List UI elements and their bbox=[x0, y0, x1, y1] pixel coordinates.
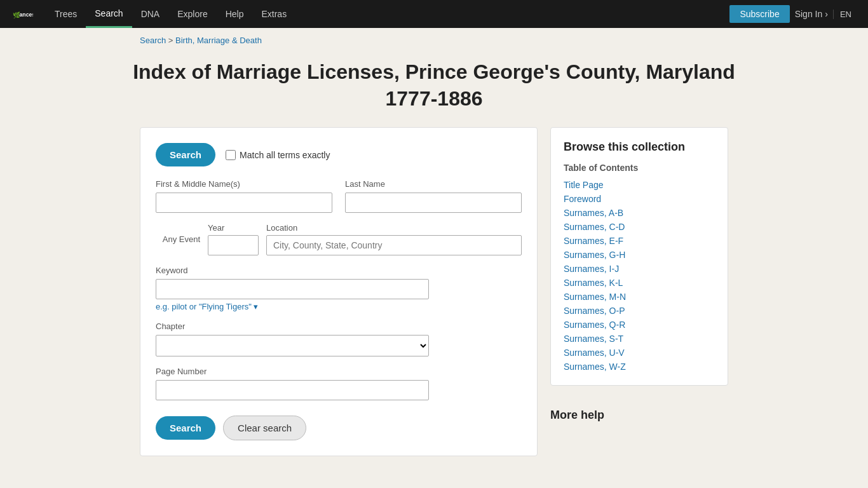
year-label: Year bbox=[208, 223, 259, 233]
keyword-label: Keyword bbox=[156, 266, 522, 275]
nav-trees[interactable]: Trees bbox=[46, 0, 86, 28]
toc-item: Surnames, S-T bbox=[564, 333, 715, 344]
more-help-title: More help bbox=[550, 409, 728, 422]
svg-text:ancestry: ancestry bbox=[20, 11, 34, 18]
toc-item: Surnames, E-F bbox=[564, 235, 715, 247]
nav-extras[interactable]: Extras bbox=[252, 0, 295, 28]
toc-item: Foreword bbox=[564, 193, 715, 205]
location-input[interactable] bbox=[266, 235, 522, 255]
toc-link[interactable]: Surnames, I-J bbox=[564, 264, 619, 274]
keyword-input[interactable] bbox=[156, 279, 429, 299]
toc-item: Surnames, G-H bbox=[564, 249, 715, 261]
pagenum-section: Page Number bbox=[156, 367, 522, 400]
first-name-input[interactable] bbox=[156, 193, 332, 213]
toc-item: Surnames, A-B bbox=[564, 207, 715, 219]
toc-link[interactable]: Surnames, U-V bbox=[564, 348, 625, 358]
toc-link[interactable]: Surnames, Q-R bbox=[564, 320, 625, 330]
pagenum-input[interactable] bbox=[156, 380, 429, 400]
chapter-section: Chapter bbox=[156, 322, 522, 356]
nav-dna[interactable]: DNA bbox=[132, 0, 169, 28]
toc-item: Surnames, M-N bbox=[564, 291, 715, 302]
subscribe-button[interactable]: Subscribe bbox=[729, 5, 789, 23]
toc-link[interactable]: Surnames, M-N bbox=[564, 292, 626, 302]
search-button-top[interactable]: Search bbox=[156, 143, 215, 166]
toc-list: Title PageForewordSurnames, A-BSurnames,… bbox=[564, 179, 715, 372]
page-title: Index of Marriage Licenses, Prince Georg… bbox=[0, 53, 868, 127]
search-button-bottom[interactable]: Search bbox=[156, 416, 215, 440]
toc-link[interactable]: Surnames, C-D bbox=[564, 222, 625, 232]
search-card: Search Match all terms exactly First & M… bbox=[140, 127, 538, 456]
ancestry-logo[interactable]: 🌿 ancestry bbox=[10, 5, 33, 23]
keyword-section: Keyword e.g. pilot or "Flying Tigers" ▾ bbox=[156, 266, 522, 311]
signin-button[interactable]: Sign In › bbox=[795, 9, 828, 19]
pagenum-label: Page Number bbox=[156, 367, 522, 376]
clear-search-button[interactable]: Clear search bbox=[223, 416, 306, 440]
toc-item: Surnames, C-D bbox=[564, 221, 715, 233]
toc-link[interactable]: Surnames, E-F bbox=[564, 236, 623, 246]
toc-link[interactable]: Surnames, A-B bbox=[564, 208, 623, 218]
toc-link[interactable]: Surnames, S-T bbox=[564, 334, 623, 344]
name-row: First & Middle Name(s) Last Name bbox=[156, 179, 522, 213]
match-exact-text: Match all terms exactly bbox=[240, 150, 330, 160]
match-exact-checkbox[interactable] bbox=[226, 150, 236, 160]
more-help: More help bbox=[550, 398, 728, 422]
toc-link[interactable]: Title Page bbox=[564, 180, 604, 190]
last-name-input[interactable] bbox=[345, 193, 522, 213]
toc-item: Surnames, I-J bbox=[564, 263, 715, 274]
main-nav: 🌿 ancestry Trees Search DNA Explore Help… bbox=[0, 0, 868, 28]
toc-link[interactable]: Surnames, G-H bbox=[564, 250, 625, 260]
breadcrumb: Search > Birth, Marriage & Death bbox=[0, 28, 868, 53]
language-selector[interactable]: EN bbox=[833, 10, 858, 19]
event-row: Any Event Year Location bbox=[156, 223, 522, 255]
keyword-hint[interactable]: e.g. pilot or "Flying Tigers" ▾ bbox=[156, 302, 522, 311]
last-name-label: Last Name bbox=[345, 179, 522, 189]
toc-link[interactable]: Foreword bbox=[564, 194, 601, 204]
browse-card: Browse this collection Table of Contents… bbox=[550, 127, 728, 386]
toc-link[interactable]: Surnames, O-P bbox=[564, 306, 625, 316]
breadcrumb-section[interactable]: Birth, Marriage & Death bbox=[175, 36, 262, 45]
breadcrumb-search[interactable]: Search bbox=[140, 36, 166, 45]
first-name-label: First & Middle Name(s) bbox=[156, 179, 332, 189]
toc-item: Surnames, U-V bbox=[564, 347, 715, 358]
toc-item: Surnames, O-P bbox=[564, 305, 715, 316]
toc-link[interactable]: Surnames, K-L bbox=[564, 278, 623, 288]
toc-item: Surnames, K-L bbox=[564, 277, 715, 288]
match-exact-label[interactable]: Match all terms exactly bbox=[226, 150, 330, 160]
toc-item: Surnames, W-Z bbox=[564, 361, 715, 372]
nav-right: Subscribe Sign In › EN bbox=[729, 5, 858, 23]
location-label: Location bbox=[266, 223, 519, 233]
chapter-label: Chapter bbox=[156, 322, 522, 331]
main-layout: Search Match all terms exactly First & M… bbox=[0, 127, 868, 482]
location-wrap: Location bbox=[266, 223, 522, 255]
search-top: Search Match all terms exactly bbox=[156, 143, 522, 166]
browse-title: Browse this collection bbox=[564, 140, 715, 154]
form-actions: Search Clear search bbox=[156, 416, 522, 440]
toc-item: Surnames, Q-R bbox=[564, 319, 715, 330]
chapter-select[interactable] bbox=[156, 335, 429, 356]
nav-help[interactable]: Help bbox=[217, 0, 253, 28]
toc-link[interactable]: Surnames, W-Z bbox=[564, 362, 626, 372]
first-name-group: First & Middle Name(s) bbox=[156, 179, 332, 213]
toc-item: Title Page bbox=[564, 179, 715, 191]
year-input[interactable] bbox=[208, 235, 259, 255]
last-name-group: Last Name bbox=[345, 179, 522, 213]
nav-search[interactable]: Search bbox=[86, 0, 132, 28]
sidebar: Browse this collection Table of Contents… bbox=[550, 127, 728, 422]
nav-explore[interactable]: Explore bbox=[168, 0, 216, 28]
toc-heading: Table of Contents bbox=[564, 163, 715, 173]
event-label: Any Event bbox=[156, 234, 200, 244]
